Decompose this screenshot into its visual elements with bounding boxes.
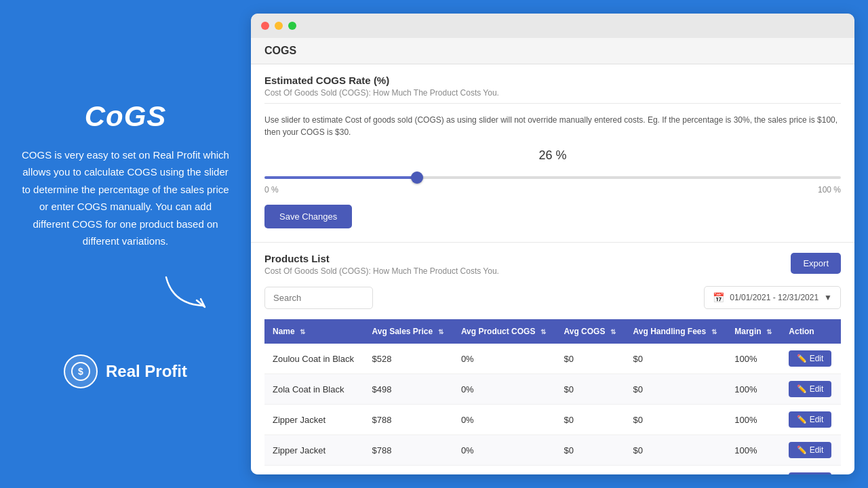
table-row: Zipper Jacket $788 0% $0 $0 100% ✏️ Edit [264,435,841,466]
arrow-icon [163,270,217,311]
date-range-label: 01/01/2021 - 12/31/2021 [730,293,818,302]
cell-margin: 100% [726,466,781,475]
brand-icon: $ [64,354,98,388]
cell-avg-cogs: $0 [556,435,625,466]
col-header-avg-sales: Avg Sales Price ⇅ [364,319,453,344]
browser-window: COGS Estimated COGS Rate (%) Cost Of Goo… [251,14,854,474]
cell-avg-cogs: $0 [556,466,625,475]
dot-yellow[interactable] [275,22,283,30]
slider-section: Use slider to estimate Cost of goods sol… [251,104,854,242]
cell-avg-sales-price: $498 [364,374,453,405]
cogs-section-header: Estimated COGS Rate (%) Cost Of Goods So… [251,64,854,103]
cell-avg-handling-fees: $0 [625,435,727,466]
table-row: Zoulou Coat in Black $528 0% $0 $0 100% … [264,344,841,374]
date-filter[interactable]: 📅 01/01/2021 - 12/31/2021 ▼ [704,286,841,309]
products-table: Name ⇅ Avg Sales Price ⇅ Avg Product COG… [264,319,841,474]
search-input[interactable] [264,287,373,309]
brand-container: $ Real Profit [64,354,187,388]
sort-arrows-avg-product-cogs[interactable]: ⇅ [540,328,546,336]
calendar-icon: 📅 [713,292,724,303]
cell-avg-product-cogs: 0% [453,405,556,435]
slider-max-label: 100 % [818,185,841,195]
cell-name: Zipper Jacket [264,435,364,466]
table-header: Name ⇅ Avg Sales Price ⇅ Avg Product COG… [264,319,841,344]
edit-button[interactable]: ✏️ Edit [789,381,831,397]
sort-arrows-margin[interactable]: ⇅ [766,328,772,336]
cell-margin: 100% [726,435,781,466]
app-description: COGS is very easy to set on Real Profit … [20,146,231,250]
products-subtitle: Cost Of Goods Sold (COGS): How Much The … [264,266,499,276]
col-header-name: Name ⇅ [264,319,364,344]
slider-info: Use slider to estimate Cost of goods sol… [264,114,841,138]
products-header: Products List Cost Of Goods Sold (COGS):… [264,253,841,276]
left-panel: CoGS COGS is very easy to set on Real Pr… [0,0,251,488]
toolbar: 📅 01/01/2021 - 12/31/2021 ▼ [264,286,841,309]
table-row: Zola Coat in Black $498 0% $0 $0 100% ✏️… [264,374,841,405]
cell-name: Zipper Dress [264,466,364,475]
sort-arrows-avg-sales[interactable]: ⇅ [438,328,443,336]
dot-green[interactable] [288,22,296,30]
cell-action: ✏️ Edit [781,405,841,435]
col-header-avg-product-cogs: Avg Product COGS ⇅ [453,319,556,344]
col-header-avg-handling: Avg Handling Fees ⇅ [625,319,727,344]
cell-name: Zoulou Coat in Black [264,344,364,374]
cell-avg-product-cogs: 0% [453,466,556,475]
table-row: Zipper Dress $313.6 0% $0 $0 100% ✏️ Edi… [264,466,841,475]
cogs-section-title: Estimated COGS Rate (%) [264,75,841,86]
slider-container [264,169,841,182]
cell-name: Zola Coat in Black [264,374,364,405]
svg-text:$: $ [78,366,83,377]
cell-avg-handling-fees: $0 [625,374,727,405]
cell-margin: 100% [726,344,781,374]
cell-avg-product-cogs: 0% [453,344,556,374]
cogs-slider[interactable] [264,176,841,179]
cell-avg-handling-fees: $0 [625,344,727,374]
cell-avg-handling-fees: $0 [625,466,727,475]
cell-action: ✏️ Edit [781,466,841,475]
cell-avg-handling-fees: $0 [625,405,727,435]
edit-button[interactable]: ✏️ Edit [789,442,831,458]
save-changes-button[interactable]: Save Changes [264,205,352,228]
products-title: Products List [264,253,499,264]
cell-avg-sales-price: $788 [364,435,453,466]
cell-avg-cogs: $0 [556,344,625,374]
col-header-action: Action [781,319,841,344]
cell-action: ✏️ Edit [781,344,841,374]
products-title-group: Products List Cost Of Goods Sold (COGS):… [264,253,499,276]
cell-avg-product-cogs: 0% [453,374,556,405]
cell-action: ✏️ Edit [781,374,841,405]
sort-arrows-avg-handling[interactable]: ⇅ [711,328,717,336]
edit-button[interactable]: ✏️ Edit [789,350,831,367]
dropdown-arrow-icon: ▼ [824,293,832,302]
col-header-margin: Margin ⇅ [726,319,781,344]
products-section: Products List Cost Of Goods Sold (COGS):… [251,243,854,474]
dot-red[interactable] [261,22,269,30]
cell-avg-cogs: $0 [556,374,625,405]
arrow-container [163,270,231,314]
page-title: COGS [264,45,296,56]
cell-avg-sales-price: $313.6 [364,466,453,475]
browser-titlebar [251,14,854,38]
edit-button[interactable]: ✏️ Edit [789,411,831,428]
edit-button[interactable]: ✏️ Edit [789,472,831,474]
cell-avg-sales-price: $528 [364,344,453,374]
app-title: CoGS [85,100,167,133]
slider-min-label: 0 % [264,185,279,195]
sort-arrows-name[interactable]: ⇅ [300,328,305,336]
cell-name: Zipper Jacket [264,405,364,435]
cell-avg-cogs: $0 [556,405,625,435]
sort-arrows-avg-cogs[interactable]: ⇅ [610,328,616,336]
slider-labels: 0 % 100 % [264,185,841,195]
table-body: Zoulou Coat in Black $528 0% $0 $0 100% … [264,344,841,474]
cell-margin: 100% [726,374,781,405]
slider-value: 26 % [264,148,841,163]
cell-avg-sales-price: $788 [364,405,453,435]
brand-name: Real Profit [106,362,187,381]
table-header-row: Name ⇅ Avg Sales Price ⇅ Avg Product COG… [264,319,841,344]
page-header: COGS [251,38,854,64]
col-header-avg-cogs: Avg COGS ⇅ [556,319,625,344]
cell-avg-product-cogs: 0% [453,435,556,466]
cogs-section: Estimated COGS Rate (%) Cost Of Goods So… [251,64,854,243]
export-button[interactable]: Export [791,253,841,274]
cell-action: ✏️ Edit [781,435,841,466]
